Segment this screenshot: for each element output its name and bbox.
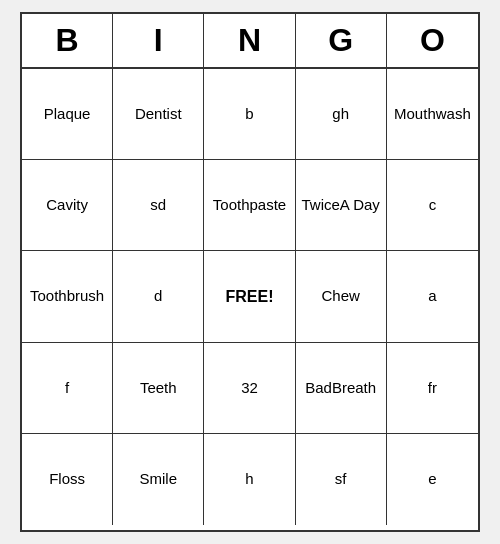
cell-r4-c0: Floss [22,434,113,525]
cell-r1-c1: sd [113,160,204,251]
header-letter: N [204,14,295,67]
cell-r1-c0: Cavity [22,160,113,251]
cell-r3-c3: BadBreath [296,343,387,434]
cell-r4-c3: sf [296,434,387,525]
cell-r3-c4: fr [387,343,478,434]
header-letter: B [22,14,113,67]
cell-r1-c4: c [387,160,478,251]
cell-r3-c0: f [22,343,113,434]
bingo-header: BINGO [22,14,478,69]
cell-r1-c2: Toothpaste [204,160,295,251]
cell-r2-c0: Toothbrush [22,251,113,342]
cell-r2-c2: FREE! [204,251,295,342]
cell-r0-c2: b [204,69,295,160]
cell-r1-c3: TwiceA Day [296,160,387,251]
cell-r4-c4: e [387,434,478,525]
header-letter: G [296,14,387,67]
cell-r3-c1: Teeth [113,343,204,434]
bingo-grid: PlaqueDentistbghMouthwashCavitysdToothpa… [22,69,478,525]
cell-r0-c1: Dentist [113,69,204,160]
cell-r2-c3: Chew [296,251,387,342]
cell-r2-c4: a [387,251,478,342]
cell-r4-c2: h [204,434,295,525]
cell-r0-c0: Plaque [22,69,113,160]
header-letter: O [387,14,478,67]
cell-r2-c1: d [113,251,204,342]
bingo-card: BINGO PlaqueDentistbghMouthwashCavitysdT… [20,12,480,532]
header-letter: I [113,14,204,67]
cell-r0-c4: Mouthwash [387,69,478,160]
cell-r3-c2: 32 [204,343,295,434]
cell-r0-c3: gh [296,69,387,160]
cell-r4-c1: Smile [113,434,204,525]
